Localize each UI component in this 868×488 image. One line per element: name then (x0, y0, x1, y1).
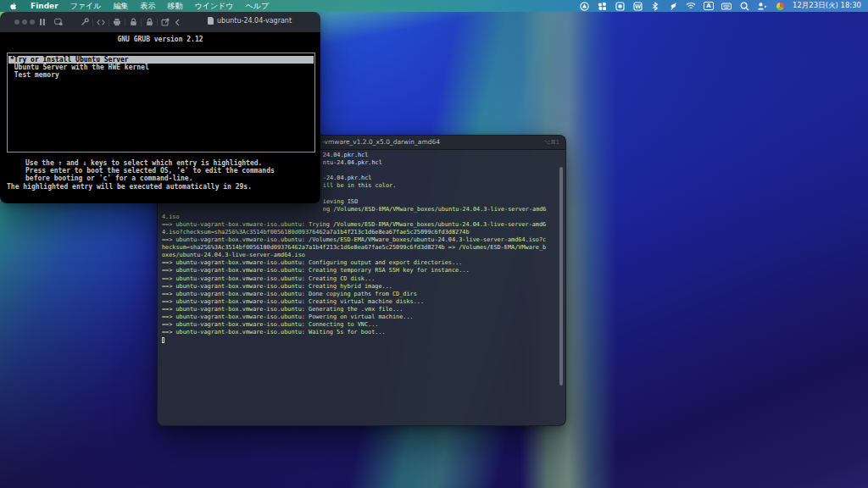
grub-screen: GNU GRUB version 2.12 *Try or Install Ub… (0, 32, 320, 203)
grub-help-line: Press enter to boot the selected OS, 'e'… (7, 167, 315, 175)
input-source-a-icon[interactable]: A (704, 2, 714, 10)
terminal-line: ==> ubuntu-vagrant-box.vmware-iso.ubuntu… (162, 221, 565, 229)
grub-countdown-line: The highlighted entry will be executed a… (7, 183, 315, 191)
grub-heading: GNU GRUB version 2.12 (0, 36, 320, 43)
chevron-left-icon[interactable] (173, 18, 181, 26)
terminal-line: ==> ubuntu-vagrant-box.vmware-iso.ubuntu… (162, 283, 565, 291)
share-icon[interactable] (161, 18, 170, 26)
window-controls (14, 19, 35, 25)
terminal-line: ==> ubuntu-vagrant-box.vmware-iso.ubuntu… (162, 259, 565, 267)
terminal-line: hecksum=sha256%3Ac3514bf0056180d09376462… (162, 244, 565, 252)
terminal-line: oxes/ubuntu-24.04.3-live-server-amd64.is… (162, 252, 565, 259)
menu-item[interactable]: ウインドウ (194, 1, 233, 12)
snapshot-icon[interactable] (54, 18, 63, 26)
mic-muted-icon[interactable] (668, 2, 678, 11)
w-app-icon[interactable]: W (632, 2, 643, 11)
vm-window: ubuntu-24.04-vagrant GNU GRUB version 2.… (0, 12, 320, 203)
terminal-line: ==> ubuntu-vagrant-box.vmware-iso.ubuntu… (162, 313, 565, 321)
grub-menu-entry[interactable]: Ubuntu Server with the HWE kernel (8, 64, 314, 71)
grub-help-line: Use the ↑ and ↓ keys to select which ent… (7, 159, 315, 167)
terminal-line: ng /Volumes/ESD-EMA/VMware_boxes/ubuntu-… (162, 206, 565, 214)
terminal-scrollbar[interactable] (559, 167, 563, 385)
profile-dot-icon[interactable] (775, 2, 785, 11)
vm-display-icon[interactable] (615, 2, 625, 11)
wrench-icon[interactable] (81, 18, 89, 26)
code-icon[interactable] (97, 18, 105, 26)
menu-item[interactable]: 移動 (167, 1, 182, 12)
grub-help-text: Use the ↑ and ↓ keys to select which ent… (7, 159, 315, 191)
bluetooth-icon[interactable] (650, 2, 660, 11)
terminal-line: ==> ubuntu-vagrant-box.vmware-iso.ubuntu… (162, 275, 565, 283)
grub-help-line: before booting or 'c' for a command-line… (7, 175, 315, 182)
terminal-line: ==> ubuntu-vagrant-box.vmware-iso.ubuntu… (162, 306, 565, 313)
terminal-tab-shortcut: ⌥⌘1 (544, 139, 559, 146)
pinwheel-icon[interactable] (597, 2, 607, 11)
terminal-cursor (162, 337, 164, 343)
grub-menu-box: *Try or Install Ubuntu ServerUbuntu Serv… (7, 53, 315, 152)
vm-window-title: ubuntu-24.04-vagrant (217, 17, 292, 25)
pause-icon[interactable] (38, 18, 47, 26)
shield-icon[interactable] (579, 2, 589, 11)
keyboard-icon[interactable] (721, 2, 732, 11)
terminal-line: 4.iso?checksum=sha256%3Ac3514bf0056180d0… (162, 229, 565, 236)
terminal-line: 4.iso (162, 214, 565, 221)
vm-titlebar[interactable]: ubuntu-24.04-vagrant (0, 12, 320, 32)
menu-item[interactable]: ヘルプ (246, 1, 270, 12)
menu-bar-clock[interactable]: 12月23日(火) 18:30 (793, 1, 861, 11)
grub-menu-entry[interactable]: Test memory (8, 71, 314, 79)
lock2-icon[interactable] (145, 18, 153, 26)
menu-item[interactable]: ファイル (70, 1, 102, 12)
terminal-line: ==> ubuntu-vagrant-box.vmware-iso.ubuntu… (162, 298, 565, 306)
printer-icon[interactable] (113, 18, 121, 26)
terminal-line: ==> ubuntu-vagrant-box.vmware-iso.ubuntu… (162, 329, 565, 336)
lock-icon[interactable] (129, 18, 137, 26)
grub-menu-entry[interactable]: *Try or Install Ubuntu Server (8, 56, 314, 64)
wifi-icon[interactable] (686, 2, 696, 11)
menu-item[interactable]: 表示 (140, 1, 155, 12)
apple-menu-icon[interactable] (8, 2, 19, 11)
terminal-title: -vmware_v1.2.0_x5.0_darwin_amd64 (322, 138, 440, 146)
vm-document-icon (208, 17, 214, 25)
terminal-line: ==> ubuntu-vagrant-box.vmware-iso.ubuntu… (162, 291, 565, 298)
active-app-name[interactable]: Finder (31, 2, 58, 10)
svg-text:W: W (635, 3, 641, 10)
terminal-line: ==> ubuntu-vagrant-box.vmware-iso.ubuntu… (162, 236, 565, 244)
spotlight-icon[interactable] (739, 2, 749, 11)
close-button[interactable] (14, 19, 19, 25)
terminal-line: ==> ubuntu-vagrant-box.vmware-iso.ubuntu… (162, 321, 565, 329)
terminal-line: ==> ubuntu-vagrant-box.vmware-iso.ubuntu… (162, 267, 565, 274)
zoom-button[interactable] (30, 19, 35, 25)
user-switch-icon[interactable] (757, 2, 767, 11)
minimize-button[interactable] (22, 19, 27, 25)
menu-bar: Finder ファイル編集表示移動ウインドウヘルプ W A (0, 0, 868, 12)
menu-item[interactable]: 編集 (113, 1, 128, 12)
